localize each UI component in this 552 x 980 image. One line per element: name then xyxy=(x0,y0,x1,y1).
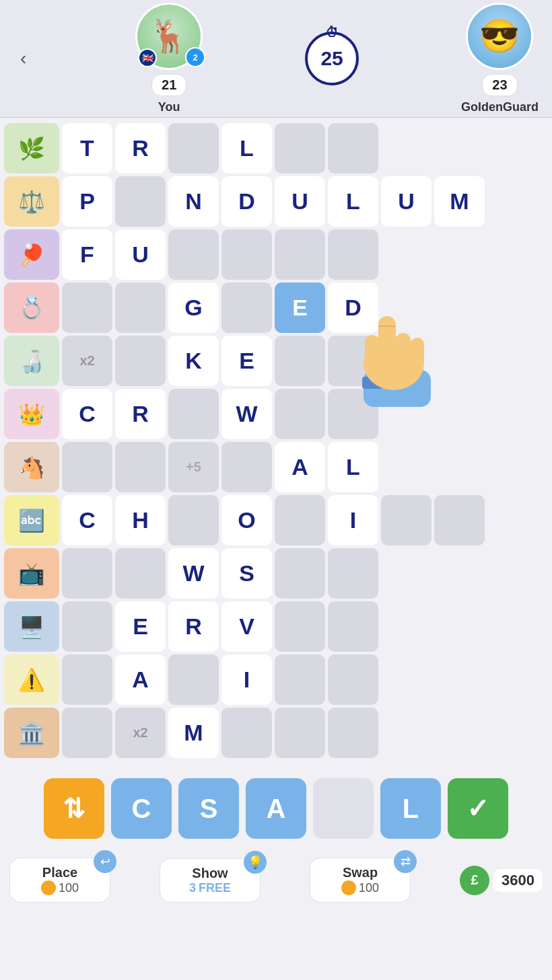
back-button[interactable]: ‹ xyxy=(13,41,33,76)
cell-9-2[interactable] xyxy=(115,548,166,599)
cell-2-6[interactable]: L xyxy=(328,176,378,227)
cell-7-2[interactable] xyxy=(115,442,166,492)
cell-4-3[interactable]: G xyxy=(168,282,219,333)
cell-7-3[interactable]: +5 xyxy=(168,442,219,492)
clue-image-1: 🌿 xyxy=(4,123,59,174)
cell-6-4[interactable]: W xyxy=(221,389,272,439)
clue-image-12: 🏛️ xyxy=(4,708,59,758)
cell-10-1[interactable] xyxy=(62,601,112,652)
cell-4-1[interactable] xyxy=(62,282,112,333)
cell-5-4[interactable]: E xyxy=(221,336,272,386)
cell-1-3[interactable] xyxy=(168,123,219,174)
cell-8-3[interactable] xyxy=(168,495,219,545)
cell-6-2[interactable]: R xyxy=(115,389,166,439)
swap-button[interactable]: ⇄ Swap 100 xyxy=(310,858,411,903)
cell-3-1[interactable]: F xyxy=(62,229,112,280)
cell-1-5[interactable] xyxy=(275,123,325,174)
letter-tile-3[interactable]: A xyxy=(246,778,306,839)
cell-10-5[interactable] xyxy=(275,601,325,652)
letter-tile-2[interactable]: S xyxy=(178,778,239,839)
show-button[interactable]: 💡 Show 3 FREE xyxy=(160,858,261,903)
avatar-opponent-container: 😎 xyxy=(466,3,533,70)
cell-2-7[interactable]: U xyxy=(381,176,432,227)
cell-11-5[interactable] xyxy=(275,654,325,705)
cell-10-6[interactable] xyxy=(328,601,378,652)
cell-4-5[interactable]: E xyxy=(275,282,325,333)
avatar-opponent: 😎 xyxy=(466,3,533,70)
cell-4-2[interactable] xyxy=(115,282,166,333)
cell-1-2[interactable]: R xyxy=(115,123,166,174)
cell-4-6[interactable]: D xyxy=(328,282,378,333)
cell-2-1[interactable]: P xyxy=(62,176,112,227)
board-row-10: 🖥️ERV xyxy=(4,601,548,652)
cell-2-4[interactable]: D xyxy=(221,176,272,227)
cell-6-1[interactable]: C xyxy=(62,389,112,439)
cell-2-5[interactable]: U xyxy=(275,176,325,227)
cell-6-3[interactable] xyxy=(168,389,219,439)
cell-2-2[interactable] xyxy=(115,176,166,227)
shuffle-button[interactable]: ⇅ xyxy=(44,778,104,839)
cell-10-2[interactable]: E xyxy=(115,601,166,652)
cell-8-6[interactable]: I xyxy=(328,495,378,545)
cell-1-6[interactable] xyxy=(328,123,378,174)
letter-tile-5[interactable]: L xyxy=(380,778,441,839)
cell-5-3[interactable]: K xyxy=(168,336,219,386)
cell-8-7[interactable] xyxy=(381,495,432,545)
cell-6-6[interactable] xyxy=(328,389,378,439)
cell-12-5[interactable] xyxy=(275,708,325,758)
cell-11-4[interactable]: I xyxy=(221,654,272,705)
cell-9-3[interactable]: W xyxy=(168,548,219,599)
cell-1-4[interactable]: L xyxy=(221,123,272,174)
cell-11-3[interactable] xyxy=(168,654,219,705)
cell-3-4[interactable] xyxy=(221,229,272,280)
cell-7-4[interactable] xyxy=(221,442,272,492)
player-opponent: 😎 23 GoldenGuard xyxy=(461,3,539,114)
cell-6-5[interactable] xyxy=(275,389,325,439)
cell-11-1[interactable] xyxy=(62,654,112,705)
cell-12-4[interactable] xyxy=(221,708,272,758)
cell-7-6[interactable]: L xyxy=(328,442,378,492)
cell-2-3[interactable]: N xyxy=(168,176,219,227)
cell-11-2[interactable]: A xyxy=(115,654,166,705)
timer-icon: ⏱ xyxy=(325,25,339,40)
cell-9-4[interactable]: S xyxy=(221,548,272,599)
cell-3-5[interactable] xyxy=(275,229,325,280)
cell-4-4[interactable] xyxy=(221,282,272,333)
cell-12-2[interactable]: x2 xyxy=(115,708,166,758)
cell-9-5[interactable] xyxy=(275,548,325,599)
cell-9-6[interactable] xyxy=(328,548,378,599)
cell-3-2[interactable]: U xyxy=(115,229,166,280)
clue-image-11: ⚠️ xyxy=(4,654,59,705)
cell-3-6[interactable] xyxy=(328,229,378,280)
cell-8-5[interactable] xyxy=(275,495,325,545)
cell-2-8[interactable]: M xyxy=(434,176,485,227)
cell-12-3[interactable]: M xyxy=(168,708,219,758)
cell-1-1[interactable]: T xyxy=(62,123,112,174)
cell-12-1[interactable] xyxy=(62,708,112,758)
add-coins-button[interactable]: £ xyxy=(460,866,489,895)
cell-12-6[interactable] xyxy=(328,708,378,758)
cell-8-4[interactable]: O xyxy=(221,495,272,545)
cells-row-10: ERV xyxy=(62,601,548,652)
board-row-6: 👑CRW xyxy=(4,389,548,439)
cell-5-1[interactable]: x2 xyxy=(62,336,112,386)
cell-7-5[interactable]: A xyxy=(275,442,325,492)
cell-3-3[interactable] xyxy=(168,229,219,280)
cell-5-2[interactable] xyxy=(115,336,166,386)
clue-image-4: 💍 xyxy=(4,282,59,333)
cell-11-6[interactable] xyxy=(328,654,378,705)
confirm-button[interactable]: ✓ xyxy=(448,778,508,839)
cell-8-8[interactable] xyxy=(434,495,485,545)
cell-9-1[interactable] xyxy=(62,548,112,599)
letter-tile-4[interactable] xyxy=(313,778,374,839)
cell-7-1[interactable] xyxy=(62,442,112,492)
cell-10-4[interactable]: V xyxy=(221,601,272,652)
place-button[interactable]: ↩ Place 100 xyxy=(9,858,110,903)
cell-5-5[interactable] xyxy=(275,336,325,386)
cell-10-3[interactable]: R xyxy=(168,601,219,652)
cell-8-2[interactable]: H xyxy=(115,495,166,545)
cell-8-1[interactable]: C xyxy=(62,495,112,545)
cells-row-5: x2KE xyxy=(62,336,548,386)
letter-tile-1[interactable]: C xyxy=(111,778,172,839)
cell-5-6[interactable] xyxy=(328,336,378,386)
